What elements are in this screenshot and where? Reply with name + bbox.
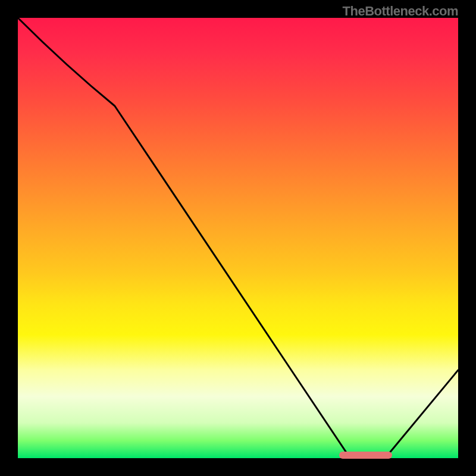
attribution-text: TheBottleneck.com bbox=[343, 4, 458, 19]
bottleneck-curve-path bbox=[18, 18, 458, 456]
plot-area bbox=[18, 18, 458, 458]
optimal-range-marker bbox=[339, 452, 392, 459]
curve-svg bbox=[18, 18, 458, 458]
bottleneck-chart: TheBottleneck.com bbox=[0, 0, 476, 476]
